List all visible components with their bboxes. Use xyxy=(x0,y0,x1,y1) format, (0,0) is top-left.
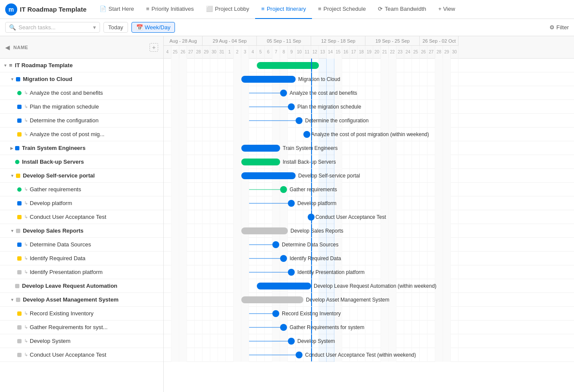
grid-cell xyxy=(234,59,241,72)
grid-cell xyxy=(272,128,280,141)
grid-cell xyxy=(427,155,435,169)
tree-item-develop-portal[interactable]: ▼ Develop Self-service portal xyxy=(0,169,163,183)
grid-cell xyxy=(234,86,241,100)
bar-label: Develop Self-service portal xyxy=(298,173,360,179)
chevron-asset[interactable]: ▼ xyxy=(10,298,14,302)
grid-cell xyxy=(195,100,203,114)
grid-cell xyxy=(350,141,358,155)
tree-item-develop-system[interactable]: ↳ Develop System xyxy=(0,334,163,348)
grid-cell xyxy=(210,224,218,238)
portal-dot xyxy=(16,174,20,178)
tree-item-develop-sales[interactable]: ▼ Develop Sales Reports xyxy=(0,224,163,238)
tree-item-conduct-uat-portal[interactable]: ↳ Conduct User Acceptance Test xyxy=(0,210,163,224)
collapse-button[interactable]: ◀ xyxy=(5,44,10,51)
tree-item-develop-leave[interactable]: ▶ Develop Leave Request Automation xyxy=(0,279,163,293)
gather-req-dot xyxy=(17,187,22,192)
migration-dot xyxy=(16,77,20,81)
day-cell: 5 xyxy=(257,46,265,59)
tree-item-plan-migration[interactable]: ↳ Plan the migration schedule xyxy=(0,100,163,114)
grid-cell xyxy=(195,265,203,279)
chevron-migration[interactable]: ▼ xyxy=(10,77,14,81)
tree-item-identify-pres[interactable]: ↳ Identify Presentation platform xyxy=(0,265,163,279)
tree-item-develop-platform[interactable]: ↳ Develop platform xyxy=(0,196,163,210)
grid-cell xyxy=(451,279,459,293)
tab-team-bandwidth[interactable]: ⟳ Team Bandwidth xyxy=(372,0,432,19)
tree-item-install[interactable]: ▶ Install Back-up Servers xyxy=(0,155,163,169)
grid-cell xyxy=(412,72,420,86)
grid-cell xyxy=(435,141,443,155)
grid-cell xyxy=(342,141,350,155)
grid-cell xyxy=(443,307,451,320)
tab-priority-label: Priority Initiatives xyxy=(152,6,194,12)
analyze-dot xyxy=(17,91,22,95)
chevron-portal[interactable]: ▼ xyxy=(10,174,14,178)
day-cell: 18 xyxy=(358,46,365,59)
tree-item-analyze[interactable]: ↳ Analyze the cost and benefits xyxy=(0,86,163,100)
chevron-root[interactable]: ▼ xyxy=(3,63,7,68)
grid-cell xyxy=(373,59,381,72)
gantt-row: Determine Data Sources xyxy=(164,238,574,252)
add-column-button[interactable]: + xyxy=(150,43,158,52)
grid-cell xyxy=(179,86,187,100)
grid-cell xyxy=(443,334,451,348)
search-box[interactable]: 🔍 Search tasks... ▾ xyxy=(5,22,100,33)
grid-cell xyxy=(187,196,195,210)
tree-item-determine-data[interactable]: ↳ Determine Data Sources xyxy=(0,238,163,252)
grid-cell xyxy=(195,320,203,334)
grid-cell xyxy=(381,265,389,279)
tree-item-determine-config[interactable]: ↳ Determine the configuration xyxy=(0,114,163,128)
today-button[interactable]: Today xyxy=(103,22,128,33)
grid-cell xyxy=(195,86,203,100)
grid-cell xyxy=(396,252,404,265)
grid-cell xyxy=(443,72,451,86)
grid-cell xyxy=(226,320,234,334)
tab-view[interactable]: + View xyxy=(432,0,461,19)
tree-item-develop-asset[interactable]: ▼ Develop Asset Management System xyxy=(0,293,163,307)
day-cell: 28 xyxy=(435,46,443,59)
tab-project-schedule[interactable]: ≡ Project Schedule xyxy=(312,0,372,19)
leave-dot xyxy=(15,284,19,288)
tree-item-identify-data[interactable]: ↳ Identify Required Data xyxy=(0,252,163,265)
week-day-button[interactable]: 📅 Week/Day xyxy=(131,22,175,33)
tab-project-lobby[interactable]: ⬜ Project Lobby xyxy=(200,0,256,19)
week-label: 19 Sep - 25 Sep xyxy=(365,36,420,46)
gantt-panel[interactable]: Aug - 28 Aug42526272829 Aug - 04 Sep2930… xyxy=(164,36,574,392)
grid-cell xyxy=(203,279,210,293)
priority-icon: ≡ xyxy=(146,6,150,12)
grid-cell xyxy=(389,114,396,128)
bar-label: Identify Presentation platform xyxy=(297,269,365,275)
grid-cell xyxy=(172,238,179,252)
grid-cell xyxy=(249,128,257,141)
tree-item-record-inventory[interactable]: ↳ Record Existing Inventory xyxy=(0,307,163,320)
grid-cell xyxy=(164,86,172,100)
tab-priority-initiatives[interactable]: ≡ Priority Initiatives xyxy=(140,0,200,19)
tree-item-migration[interactable]: ▼ Migration to Cloud xyxy=(0,72,163,86)
grid-cell xyxy=(396,224,404,238)
chevron-sales[interactable]: ▼ xyxy=(10,229,14,233)
grid-cell xyxy=(427,252,435,265)
grid-cell xyxy=(172,72,179,86)
grid-cell xyxy=(164,320,172,334)
chevron-train[interactable]: ▶ xyxy=(10,146,13,150)
tab-start-here[interactable]: 📄 Start Here xyxy=(94,0,140,19)
tree-item-gather-req[interactable]: ↳ Gather requirements xyxy=(0,183,163,196)
grid-cell xyxy=(373,196,381,210)
grid-cell xyxy=(234,169,241,183)
gantt-row: Develop Leave Request Automation (within… xyxy=(164,279,574,293)
search-dropdown-icon[interactable]: ▾ xyxy=(93,24,96,31)
gantt-row: Analyze the cost and benefits xyxy=(164,86,574,100)
grid-cell xyxy=(358,155,365,169)
grid-cell xyxy=(443,141,451,155)
bar-label: Gather requirements xyxy=(290,187,337,193)
gantt-milestone xyxy=(288,200,295,207)
tree-item-gather-req-sys[interactable]: ↳ Gather Requirements for syst... xyxy=(0,320,163,334)
tab-view-label: + View xyxy=(438,6,455,12)
tree-item-analyze-cost[interactable]: ↳ Analyze the cost of post mig... xyxy=(0,128,163,141)
tree-item-train[interactable]: ▶ Train System Engineers xyxy=(0,141,163,155)
grid-cell xyxy=(358,252,365,265)
tree-item-conduct-uat-asset[interactable]: ↳ Conduct User Acceptance Test xyxy=(0,348,163,362)
tree-item-root[interactable]: ▼ ≡ IT Roadmap Template xyxy=(0,59,163,72)
grid-cell xyxy=(218,348,226,362)
filter-button[interactable]: ⚙ Filter xyxy=(549,24,569,31)
tab-project-itinerary[interactable]: ≡ Project Itinerary xyxy=(255,0,312,19)
